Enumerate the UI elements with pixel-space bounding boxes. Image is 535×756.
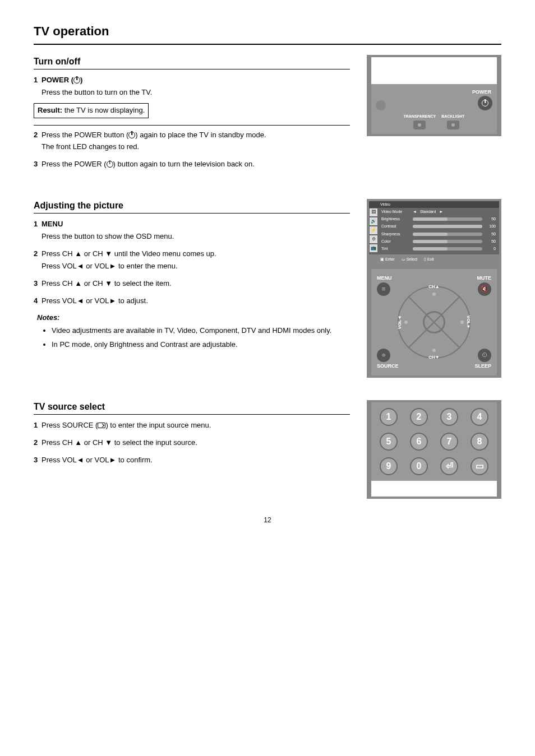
mute-label: MUTE (477, 275, 492, 282)
vol-left-button[interactable] (404, 321, 408, 324)
section-power: Turn on/off 1 POWER () Press the button … (34, 55, 501, 177)
ir-sensor-icon (376, 100, 386, 110)
keypad-0[interactable]: 0 (410, 457, 428, 475)
power-icon (128, 132, 135, 138)
keypad-9[interactable]: 9 (380, 457, 398, 475)
step-text: The front LED changes to red. (34, 142, 350, 152)
step-label: POWER ( (41, 76, 73, 84)
keypad-8[interactable]: 8 (471, 433, 488, 451)
transparency-button[interactable] (413, 120, 426, 129)
backlight-label: BACKLIGHT (441, 114, 464, 119)
remote-nav-illustration: MENU ≡ MUTE 🔇 ⎆ SOURCE ⏲ SLEEP CH▲ CH▼ V… (367, 267, 501, 378)
step-text: Press CH ▲ or CH ▼ to select the item. (41, 279, 172, 287)
power-label: POWER (472, 89, 491, 96)
source-icon (98, 423, 105, 428)
vol-right-button[interactable] (460, 321, 464, 324)
power-button[interactable] (478, 96, 492, 110)
osd-tab-video-icon: 🖼 (370, 208, 377, 216)
note-item: In PC mode, only Brightness and Contrast… (52, 340, 350, 350)
step-text: Press the button to show the OSD menu. (34, 231, 350, 242)
backlight-button[interactable] (447, 120, 459, 129)
power-icon (107, 161, 113, 168)
osd-tab-setup-icon: ⚙ (370, 235, 377, 243)
keypad-6[interactable]: 6 (410, 433, 428, 451)
source-button[interactable]: ⎆ (377, 349, 390, 362)
keypad-1[interactable]: 1 (380, 408, 398, 426)
step-text: ) to enter the input source menu. (105, 421, 211, 429)
dpad-ok-button[interactable] (423, 311, 445, 333)
osd-tab-channel-icon: 📺 (370, 244, 377, 252)
osd-menu-illustration: Video 🖼 🔊 ⚡ ⚙ 📺 Video Mode◄Standard► Bri… (367, 199, 501, 267)
ch-down-label: CH▼ (428, 354, 439, 361)
step-text: ) button again to turn the television ba… (113, 160, 255, 168)
step-text: Press SOURCE ( (41, 421, 98, 429)
ch-up-button[interactable] (432, 293, 436, 296)
sleep-button[interactable]: ⏲ (478, 349, 491, 362)
section-heading-power: Turn on/off (34, 55, 350, 69)
vol-left-label: VOL◄ (396, 316, 403, 329)
keypad-source[interactable]: ▭ (471, 457, 488, 475)
section-picture: Adjusting the picture 1 MENU Press the b… (34, 199, 501, 378)
step-text: Press VOL◄ or VOL► to adjust. (41, 296, 148, 305)
keypad-7[interactable]: 7 (440, 433, 458, 451)
menu-label: MENU (377, 275, 392, 282)
ch-up-label: CH▲ (428, 284, 439, 290)
remote-keypad-illustration: 1 2 3 4 5 6 7 8 9 0 ⏎ ▭ (367, 400, 501, 499)
power-panel-illustration: POWER TRANSPARENCY BACKLIGHT (367, 55, 501, 136)
page-title: TV operation (34, 22, 501, 45)
keypad-5[interactable]: 5 (380, 433, 398, 451)
step-text: Press VOL◄ or VOL► to enter the menu. (34, 261, 350, 272)
step-text: Press the POWER ( (41, 160, 107, 168)
menu-button[interactable]: ≡ (377, 282, 390, 296)
keypad-2[interactable]: 2 (410, 408, 428, 426)
osd-tab-power-icon: ⚡ (370, 226, 377, 234)
mute-button[interactable]: 🔇 (478, 282, 491, 296)
transparency-label: TRANSPARENCY (403, 114, 436, 119)
step-text: ) again to place the TV in standby mode. (135, 131, 266, 139)
vol-right-label: VOL► (465, 316, 472, 329)
notes-title: Notes: (37, 313, 350, 323)
osd-tab-audio-icon: 🔊 (370, 217, 377, 225)
section-heading-source: TV source select (34, 400, 350, 415)
sleep-label: SLEEP (474, 363, 491, 370)
keypad-return[interactable]: ⏎ (440, 457, 458, 475)
step-text: Press the button to turn on the TV. (41, 88, 152, 96)
section-heading-picture: Adjusting the picture (34, 199, 350, 214)
step-label-tail: ) (80, 76, 82, 84)
ch-down-button[interactable] (432, 349, 436, 352)
step-text: Press CH ▲ or CH ▼ until the Video menu … (41, 249, 216, 258)
dpad: CH▲ CH▼ VOL◄ VOL► (398, 286, 471, 359)
section-source: TV source select 1 Press SOURCE () to en… (34, 400, 501, 499)
page-number: 12 (34, 516, 501, 525)
step-text: Press VOL◄ or VOL► to confirm. (41, 456, 153, 464)
keypad-4[interactable]: 4 (471, 408, 488, 426)
notes-block: Notes: Video adjustments are available i… (34, 313, 350, 350)
result-box: Result: the TV is now displaying. (34, 103, 149, 118)
step-text: Press CH ▲ or CH ▼ to select the input s… (41, 438, 197, 447)
note-item: Video adjustments are available in TV, V… (52, 326, 350, 336)
source-label: SOURCE (377, 363, 399, 370)
keypad-3[interactable]: 3 (440, 408, 458, 426)
step-text: Press the POWER button ( (41, 131, 128, 139)
power-icon (73, 77, 80, 84)
step-label: MENU (41, 220, 63, 228)
